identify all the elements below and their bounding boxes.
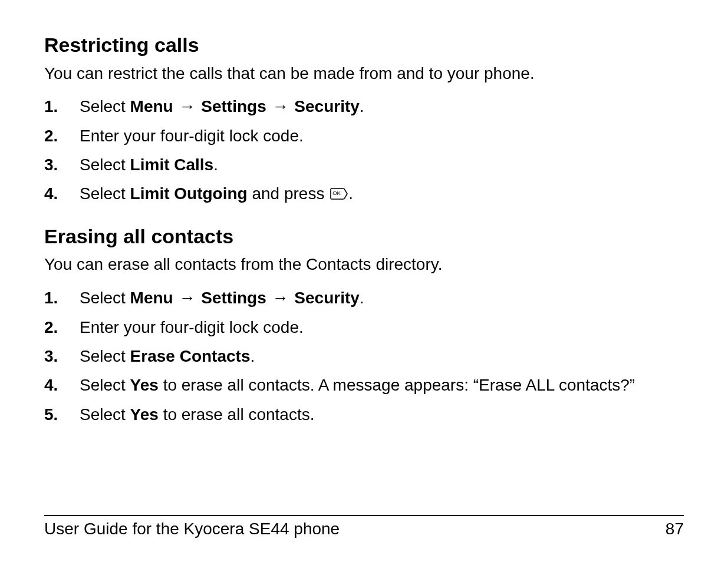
- ui-label: Erase Contacts: [130, 347, 251, 365]
- step-ec-1: Select Menu → Settings → Security.: [44, 285, 684, 310]
- ui-label: Limit Outgoing: [130, 184, 248, 203]
- page-content: Restricting callsYou can restrict the ca…: [44, 32, 684, 427]
- ui-label: Menu: [130, 289, 173, 307]
- ui-label: Settings: [201, 97, 266, 115]
- section-intro-restricting-calls: You can restrict the calls that can be m…: [44, 62, 684, 85]
- step-ec-3: Select Erase Contacts.: [44, 343, 684, 369]
- page-number: 87: [666, 520, 684, 538]
- ui-label: Yes: [130, 405, 159, 424]
- ui-label: Menu: [130, 97, 173, 115]
- step-ec-5: Select Yes to erase all contacts.: [44, 402, 684, 427]
- ui-label: Limit Calls: [130, 156, 214, 174]
- ok-key-icon: OK: [330, 181, 348, 207]
- document-page: Restricting callsYou can restrict the ca…: [0, 0, 728, 562]
- step-rc-4: Select Limit Outgoing and press OK.: [44, 181, 684, 207]
- footer-row: User Guide for the Kyocera SE44 phone 87: [44, 520, 684, 538]
- svg-text:OK: OK: [332, 190, 341, 196]
- ui-label: Security: [294, 97, 360, 115]
- section-intro-erasing-all-contacts: You can erase all contacts from the Cont…: [44, 253, 684, 276]
- footer-divider: [44, 515, 684, 516]
- steps-erasing-all-contacts: Select Menu → Settings → Security.Enter …: [44, 285, 684, 427]
- section-heading-erasing-all-contacts: Erasing all contacts: [44, 224, 684, 249]
- arrow-icon: →: [178, 289, 197, 307]
- step-rc-3: Select Limit Calls.: [44, 152, 684, 177]
- step-ec-2: Enter your four-digit lock code.: [44, 315, 684, 340]
- ui-label: Settings: [201, 289, 266, 307]
- page-footer: User Guide for the Kyocera SE44 phone 87: [44, 515, 684, 538]
- arrow-icon: →: [271, 289, 290, 307]
- arrow-icon: →: [178, 97, 197, 115]
- step-ec-4: Select Yes to erase all contacts. A mess…: [44, 372, 684, 398]
- ui-label: Security: [294, 289, 360, 307]
- step-rc-1: Select Menu → Settings → Security.: [44, 94, 684, 119]
- ui-label: Yes: [130, 376, 159, 394]
- steps-restricting-calls: Select Menu → Settings → Security.Enter …: [44, 94, 684, 207]
- section-heading-restricting-calls: Restricting calls: [44, 32, 684, 58]
- arrow-icon: →: [271, 97, 290, 115]
- step-rc-2: Enter your four-digit lock code.: [44, 123, 684, 148]
- footer-title: User Guide for the Kyocera SE44 phone: [44, 520, 340, 538]
